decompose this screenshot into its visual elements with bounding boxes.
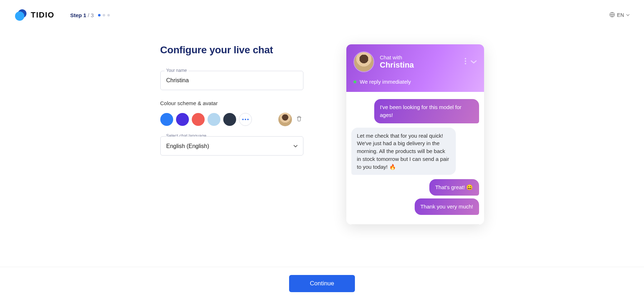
chat-body: I've been looking for this model for age…: [346, 92, 484, 222]
step-text: Step 1 / 3: [70, 12, 94, 18]
svg-point-3: [242, 119, 244, 120]
chat-bubble: Thank you very much!: [415, 198, 479, 215]
svg-point-5: [247, 119, 249, 120]
header: TIDIO Step 1 / 3 EN: [0, 0, 644, 30]
page-title: Configure your live chat: [160, 44, 303, 56]
caret-down-icon: [626, 12, 630, 18]
config-panel: Configure your live chat Your name Colou…: [160, 44, 303, 225]
language-code: EN: [617, 12, 624, 18]
step-dot: [98, 14, 101, 16]
step-indicator: Step 1 / 3: [70, 12, 110, 18]
color-swatch[interactable]: [208, 113, 220, 126]
chat-menu-button[interactable]: [465, 58, 466, 66]
language-selector[interactable]: EN: [609, 12, 630, 19]
step-dot: [103, 14, 105, 16]
color-section-label: Colour scheme & avatar: [160, 100, 303, 106]
swatch-row: [160, 113, 303, 126]
online-dot-icon: [353, 80, 356, 83]
color-swatch[interactable]: [176, 113, 189, 126]
bottom-bar: Continue: [0, 267, 644, 267]
delete-avatar-button[interactable]: [295, 114, 303, 125]
language-select[interactable]: English (English): [160, 136, 303, 156]
step-dots: [98, 14, 110, 16]
chat-avatar: [353, 51, 374, 72]
step-dot: [107, 14, 110, 16]
color-swatch[interactable]: [223, 113, 236, 126]
svg-point-8: [465, 63, 466, 64]
svg-point-7: [465, 60, 466, 62]
chat-bubble: I've been looking for this model for age…: [374, 99, 479, 123]
logo-icon: [14, 9, 27, 21]
header-left: TIDIO Step 1 / 3: [14, 9, 110, 21]
svg-point-4: [245, 119, 246, 120]
chat-minimize-button[interactable]: [470, 59, 477, 65]
globe-icon: [609, 12, 615, 19]
more-colors-button[interactable]: [239, 113, 252, 126]
color-swatch[interactable]: [192, 113, 205, 126]
chat-bubble: That's great! 😄: [429, 179, 479, 196]
chat-name: Christina: [380, 60, 459, 70]
chat-bubble: Let me check that for you real quick! We…: [351, 128, 456, 175]
language-field: Select chat language English (English): [160, 136, 303, 156]
chat-header: Chat with Christina We reply immediately: [346, 44, 484, 92]
name-label: Your name: [165, 68, 189, 73]
chat-pre: Chat with: [380, 54, 459, 60]
chat-title: Chat with Christina: [380, 54, 459, 70]
chat-actions: [465, 58, 477, 66]
svg-point-6: [465, 58, 466, 59]
avatar-thumbnail[interactable]: [278, 113, 292, 126]
color-swatch[interactable]: [160, 113, 173, 126]
logo[interactable]: TIDIO: [14, 9, 54, 21]
chat-preview: Chat with Christina We reply immediately…: [346, 44, 484, 225]
name-field: Your name: [160, 71, 303, 90]
name-input[interactable]: [160, 71, 303, 90]
chat-reply-status: We reply immediately: [353, 79, 477, 85]
chat-input-divider: [351, 224, 479, 225]
svg-point-1: [15, 11, 24, 21]
main: Configure your live chat Your name Colou…: [0, 30, 644, 267]
logo-text: TIDIO: [31, 10, 54, 20]
